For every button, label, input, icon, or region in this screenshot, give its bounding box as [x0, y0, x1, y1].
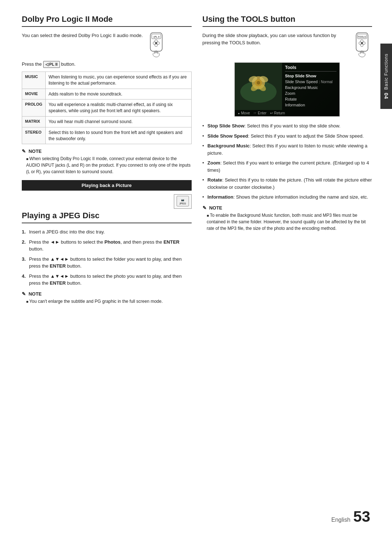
bullet-term: Rotate: [208, 177, 222, 183]
svg-point-20: [360, 44, 363, 46]
tools-menu-list: Tools Stop Slide ShowSlide Show Speed : …: [282, 63, 339, 110]
right-column: Using the TOOLS button During the slide …: [203, 15, 372, 310]
mode-row: STEREO Select this to listen to sound fr…: [22, 127, 192, 144]
tools-bullet-item: Zoom: Select this if you want to enlarge…: [203, 159, 372, 174]
footer-language: English: [331, 517, 350, 523]
jpeg-step: 1.Insert a JPEG disc into the disc tray.: [22, 228, 192, 236]
jpeg-note: ✎ NOTE You can't enlarge the subtitle an…: [22, 291, 192, 305]
mode-row: MATRIX You will hear multi channel surro…: [22, 116, 192, 127]
page-footer: English 53: [331, 509, 370, 524]
mode-name: STEREO: [22, 127, 46, 144]
tools-menu-item: Stop Slide Show: [285, 73, 336, 79]
side-tab: 04 Basic Functions: [380, 44, 392, 109]
tools-bullets: Stop Slide Show: Select this if you want…: [203, 122, 372, 201]
dolby-intro-paragraph: You can select the desired Dolby Pro Log…: [22, 32, 143, 39]
dolby-title: Dolby Pro Logic II Mode: [22, 15, 192, 27]
jpeg-note-title: ✎ NOTE: [22, 291, 192, 297]
tools-menu-item: Rotate: [285, 96, 336, 102]
tools-menu-footer: ⬥ Move ☞ Enter ↩ Return: [235, 110, 339, 116]
dolby-note-title: ✎ NOTE: [22, 149, 192, 154]
step-number: 1.: [22, 228, 26, 236]
step-number: 4.: [22, 273, 26, 280]
mode-name: MATRIX: [22, 116, 46, 127]
dolby-note: ✎ NOTE When selecting Dolby Pro Logic II…: [22, 149, 192, 175]
playing-back-banner: Playing back a Picture: [22, 180, 192, 191]
svg-text:📷: 📷: [181, 198, 184, 202]
tools-bullet-item: Slide Show Speed: Select this if you wan…: [203, 133, 372, 140]
chapter-label: Basic Functions: [384, 53, 389, 90]
left-column: Dolby Pro Logic II Mode You can select t…: [22, 15, 192, 310]
jpeg-note-bullet: You can't enlarge the subtitle and PG gr…: [22, 298, 192, 305]
mode-row: MUSIC When listening to music, you can e…: [22, 72, 192, 89]
jpeg-steps: 1.Insert a JPEG disc into the disc tray.…: [22, 228, 192, 287]
bullet-desc: : Select this if you to rotate the pictu…: [208, 177, 372, 190]
jpeg-icon: 📷 JPEG: [174, 194, 192, 209]
mode-table: MUSIC When listening to music, you can e…: [22, 72, 192, 144]
tools-menu-photo: [235, 63, 282, 110]
tools-bullet-item: Rotate: Select this if you to rotate the…: [203, 176, 372, 191]
svg-point-6: [155, 44, 158, 46]
tools-bullet-item: Stop Slide Show: Select this if you want…: [203, 122, 372, 130]
bullet-term: Information: [208, 194, 234, 200]
jpeg-title: Playing a JPEG Disc: [22, 211, 192, 223]
tools-note-bullet: To enable the Background Music function,…: [203, 212, 372, 232]
svg-point-4: [157, 42, 159, 44]
mode-description: Adds realism to the movie soundtrack.: [45, 89, 191, 99]
pl-button-icon: ◁ PL II: [43, 61, 60, 68]
svg-text:TOOLS: TOOLS: [358, 36, 366, 38]
jpeg-icon-area: 📷 JPEG: [22, 194, 192, 209]
press-line: Press the ◁ PL II button.: [22, 61, 192, 68]
tools-menu-header: Tools: [285, 65, 336, 72]
jpeg-step: 2.Press the ◄► buttons to select the Pho…: [22, 239, 192, 253]
tools-title: Using the TOOLS button: [203, 15, 372, 27]
mode-name: MUSIC: [22, 72, 46, 89]
tools-menu-overlay: Tools Stop Slide ShowSlide Show Speed : …: [235, 63, 339, 110]
footer-enter: ☞ Enter: [253, 111, 266, 115]
bullet-desc: : Shows the picture information includin…: [233, 194, 368, 200]
tools-menu-item: Zoom: [285, 90, 336, 96]
tools-bullet-item: Information: Shows the picture informati…: [203, 194, 372, 201]
mode-name: MOVIE: [22, 89, 46, 99]
main-content: Dolby Pro Logic II Mode You can select t…: [22, 15, 372, 310]
mode-description: You will hear multi channel surround sou…: [45, 116, 191, 127]
page-container: 04 Basic Functions Dolby Pro Logic II Mo…: [0, 0, 392, 537]
step-number: 2.: [22, 239, 26, 246]
jpeg-step: 4.Press the ▲▼◄► buttons to select the p…: [22, 273, 192, 287]
tools-menu-item: Background Music: [285, 85, 336, 90]
jpeg-step: 3.Press the ▲▼◄► buttons to select the f…: [22, 256, 192, 270]
svg-point-19: [360, 40, 363, 42]
step-number: 3.: [22, 256, 26, 263]
mode-row: MOVIE Adds realism to the movie soundtra…: [22, 89, 192, 99]
bullet-desc: : Select this if you want to adjust the …: [248, 133, 364, 139]
tools-remote-icon: TOOLS: [352, 32, 372, 57]
svg-point-5: [155, 40, 158, 42]
tools-menu-item: Information: [285, 102, 336, 108]
tools-intro-text: During the slide show playback, you can …: [203, 32, 349, 46]
footer-move: ⬥ Move: [238, 111, 250, 115]
mode-description: When listening to music, you can experie…: [45, 72, 191, 89]
note-pen-icon-2: ✎: [22, 291, 26, 297]
dolby-intro: You can select the desired Dolby Pro Log…: [22, 32, 192, 57]
tools-photo-svg: [235, 63, 282, 110]
tools-section: Using the TOOLS button During the slide …: [203, 15, 372, 232]
mode-row: PROLOG You will experience a realistic m…: [22, 99, 192, 117]
bullet-term: Stop Slide Show: [208, 123, 245, 129]
note-pen-icon: ✎: [22, 149, 26, 154]
dolby-note-bullet: When selecting Dolby Pro Logic II mode, …: [22, 155, 192, 175]
bullet-term: Zoom: [208, 160, 220, 166]
jpeg-section: Playing a JPEG Disc 1.Insert a JPEG disc…: [22, 211, 192, 305]
mode-description: You will experience a realistic multi-ch…: [45, 99, 191, 117]
bullet-desc: : Select this if you want to enlarge the…: [208, 160, 369, 173]
tools-menu-item: Slide Show Speed : Normal: [285, 79, 336, 85]
bullet-term: Slide Show Speed: [208, 133, 248, 139]
svg-point-7: [155, 42, 158, 44]
tools-intro: During the slide show playback, you can …: [203, 32, 372, 57]
mode-description: Select this to listen to sound from the …: [45, 127, 191, 144]
dolby-intro-text: You can select the desired Dolby Pro Log…: [22, 32, 143, 39]
tools-bullet-item: Background Music: Select this if you wan…: [203, 142, 372, 156]
note-pen-icon-3: ✎: [203, 205, 207, 211]
tools-note: ✎ NOTE To enable the Background Music fu…: [203, 205, 372, 232]
bullet-desc: : Select this if you want to stop the sl…: [244, 123, 340, 129]
svg-point-18: [363, 42, 365, 44]
tools-note-title: ✎ NOTE: [203, 205, 372, 211]
